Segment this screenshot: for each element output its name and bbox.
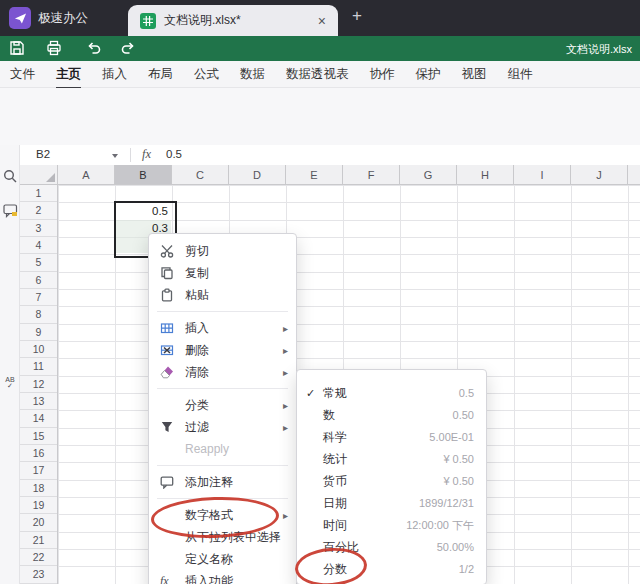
context-menu-item-插入功能[interactable]: fx插入功能 bbox=[149, 570, 296, 584]
row-header-22[interactable]: 22 bbox=[20, 549, 57, 566]
context-menu-item-定义名称[interactable]: 定义名称 bbox=[149, 548, 296, 570]
column-header-F[interactable]: F bbox=[343, 165, 400, 184]
format-option-preview: ¥ 0.50 bbox=[443, 475, 474, 487]
row-header-2[interactable]: 2 bbox=[20, 202, 57, 219]
document-tab[interactable]: 文档说明.xlsx* × bbox=[128, 5, 338, 36]
menu-组件[interactable]: 组件 bbox=[508, 66, 533, 83]
column-header-B[interactable]: B bbox=[115, 165, 172, 184]
row-header-14[interactable]: 14 bbox=[20, 410, 57, 427]
row-header-12[interactable]: 12 bbox=[20, 376, 57, 393]
ribbon: 粘贴 Calibri 11 Aˆ Aˇ B I U A X₂ A bbox=[0, 88, 640, 146]
comment-icon bbox=[160, 475, 174, 489]
row-header-19[interactable]: 19 bbox=[20, 497, 57, 514]
print-icon[interactable] bbox=[46, 40, 63, 57]
comment-panel-icon[interactable] bbox=[3, 203, 17, 217]
menu-插入[interactable]: 插入 bbox=[102, 66, 127, 83]
context-menu-item-添加注释[interactable]: 添加注释 bbox=[149, 471, 296, 493]
menu-item-label: 删除 bbox=[185, 342, 209, 359]
tab-title: 文档说明.xlsx* bbox=[164, 12, 318, 29]
context-menu-item-删除[interactable]: 删除▸ bbox=[149, 339, 296, 361]
row-header-16[interactable]: 16 bbox=[20, 445, 57, 462]
menu-数据透视表[interactable]: 数据透视表 bbox=[286, 66, 349, 83]
context-menu-item-复制[interactable]: 复制 bbox=[149, 262, 296, 284]
row-header-6[interactable]: 6 bbox=[20, 272, 57, 289]
menu-视图[interactable]: 视图 bbox=[462, 66, 487, 83]
row-header-1[interactable]: 1 bbox=[20, 185, 57, 202]
quick-access-toolbar: 文档说明.xlsx bbox=[0, 36, 640, 61]
search-icon[interactable] bbox=[3, 169, 17, 183]
menu-数据[interactable]: 数据 bbox=[240, 66, 265, 83]
formula-input[interactable]: 0.5 bbox=[166, 148, 182, 160]
name-box[interactable]: B2 bbox=[36, 148, 50, 160]
row-header-9[interactable]: 9 bbox=[20, 324, 57, 341]
context-menu-item-插入[interactable]: 插入▸ bbox=[149, 317, 296, 339]
new-tab-button[interactable]: + bbox=[352, 6, 362, 26]
row-header-8[interactable]: 8 bbox=[20, 306, 57, 323]
format-option-日期[interactable]: 日期1899/12/31 bbox=[297, 492, 486, 514]
menu-主页[interactable]: 主页 bbox=[56, 66, 81, 83]
eraser-icon bbox=[160, 365, 174, 379]
column-header-G[interactable]: G bbox=[400, 165, 457, 184]
spreadsheet-app-window: 极速办公 文档说明.xlsx* × + 文档说明.xlsx 文件主页插入布局公式… bbox=[0, 0, 640, 584]
menu-item-label: 粘贴 bbox=[185, 287, 209, 304]
row-header-21[interactable]: 21 bbox=[20, 532, 57, 549]
menu-协作[interactable]: 协作 bbox=[370, 66, 395, 83]
undo-icon[interactable] bbox=[86, 40, 103, 57]
format-option-科学[interactable]: 科学5.00E-01 bbox=[297, 426, 486, 448]
menu-公式[interactable]: 公式 bbox=[194, 66, 219, 83]
format-option-货币[interactable]: 货币¥ 0.50 bbox=[297, 470, 486, 492]
menu-保护[interactable]: 保护 bbox=[416, 66, 441, 83]
redo-icon[interactable] bbox=[120, 40, 137, 57]
format-option-preview: ¥ 0.50 bbox=[443, 453, 474, 465]
format-option-常规[interactable]: ✓常规0.5 bbox=[297, 382, 486, 404]
row-header-23[interactable]: 23 bbox=[20, 566, 57, 583]
context-menu-item-分类[interactable]: 分类▸ bbox=[149, 394, 296, 416]
row-header-15[interactable]: 15 bbox=[20, 428, 57, 445]
row-header-10[interactable]: 10 bbox=[20, 341, 57, 358]
format-option-preview: 50.00% bbox=[437, 541, 474, 553]
submenu-arrow-icon: ▸ bbox=[283, 345, 288, 356]
column-header-I[interactable]: I bbox=[514, 165, 571, 184]
spreadsheet-file-icon bbox=[140, 13, 156, 29]
context-menu-item-剪切[interactable]: 剪切 bbox=[149, 240, 296, 262]
column-header-C[interactable]: C bbox=[172, 165, 229, 184]
fx-icon[interactable]: fx bbox=[142, 147, 151, 162]
row-header-7[interactable]: 7 bbox=[20, 289, 57, 306]
titlebar: 极速办公 文档说明.xlsx* × + bbox=[0, 0, 640, 36]
format-option-数[interactable]: 数0.50 bbox=[297, 404, 486, 426]
column-header-D[interactable]: D bbox=[229, 165, 286, 184]
menubar: 文件主页插入布局公式数据数据透视表协作保护视图组件 bbox=[0, 61, 640, 88]
tab-close-icon[interactable]: × bbox=[318, 13, 326, 29]
document-title: 文档说明.xlsx bbox=[566, 42, 632, 57]
menu-文件[interactable]: 文件 bbox=[10, 66, 35, 83]
row-header-13[interactable]: 13 bbox=[20, 393, 57, 410]
row-header-20[interactable]: 20 bbox=[20, 514, 57, 531]
paste-icon bbox=[160, 288, 174, 302]
context-menu-item-过滤[interactable]: 过滤▸ bbox=[149, 416, 296, 438]
format-option-统计[interactable]: 统计¥ 0.50 bbox=[297, 448, 486, 470]
row-header-3[interactable]: 3 bbox=[20, 220, 57, 237]
context-menu-item-清除[interactable]: 清除▸ bbox=[149, 361, 296, 383]
format-option-时间[interactable]: 时间12:00:00 下午 bbox=[297, 514, 486, 536]
row-header-17[interactable]: 17 bbox=[20, 462, 57, 479]
row-header-4[interactable]: 4 bbox=[20, 237, 57, 254]
formula-bar: B2 fx 0.5 bbox=[20, 145, 640, 166]
format-option-preview: 5.00E-01 bbox=[429, 431, 474, 443]
app-logo-icon[interactable] bbox=[9, 7, 31, 29]
left-tool-sidebar: AB✓ bbox=[0, 145, 20, 584]
row-header-11[interactable]: 11 bbox=[20, 358, 57, 375]
column-header-E[interactable]: E bbox=[286, 165, 343, 184]
save-icon[interactable] bbox=[9, 40, 26, 57]
column-header-H[interactable]: H bbox=[457, 165, 514, 184]
format-option-preview: 0.50 bbox=[453, 409, 474, 421]
column-header-J[interactable]: J bbox=[571, 165, 628, 184]
column-header-A[interactable]: A bbox=[58, 165, 115, 184]
select-all-corner[interactable] bbox=[20, 165, 58, 185]
context-menu-item-粘贴[interactable]: 粘贴 bbox=[149, 284, 296, 306]
row-header-5[interactable]: 5 bbox=[20, 254, 57, 271]
format-option-preview: 1899/12/31 bbox=[419, 497, 474, 509]
spellcheck-icon[interactable]: AB✓ bbox=[2, 377, 18, 389]
name-box-chevron-icon[interactable] bbox=[112, 154, 118, 158]
menu-布局[interactable]: 布局 bbox=[148, 66, 173, 83]
row-header-18[interactable]: 18 bbox=[20, 480, 57, 497]
